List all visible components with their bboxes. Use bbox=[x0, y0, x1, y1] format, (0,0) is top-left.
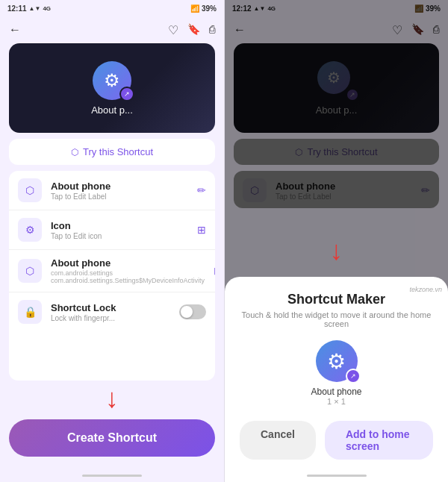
left-lte: 4G bbox=[43, 5, 51, 12]
left-preview-card: ⚙ ↗ About p... bbox=[9, 43, 215, 133]
left-path-sub: com.android.settingscom.android.settings… bbox=[51, 269, 205, 284]
left-app-icon-container: ⚙ ↗ bbox=[93, 61, 131, 100]
left-battery: 39% bbox=[202, 4, 217, 13]
right-bottom-bar bbox=[225, 469, 448, 482]
left-signal: ▲▼ bbox=[29, 5, 41, 12]
left-about-text: About phone Tap to Edit Label bbox=[51, 181, 188, 201]
left-time: 12:11 bbox=[7, 4, 27, 13]
left-lock-sub: Lock with fingerpr... bbox=[51, 314, 170, 322]
left-share-badge-icon: ↗ bbox=[124, 90, 130, 98]
right-red-arrow: ↓ bbox=[330, 235, 343, 266]
left-try-icon: ⬡ bbox=[71, 147, 78, 157]
left-back-icon[interactable]: ← bbox=[9, 23, 21, 37]
modal-gear-icon: ⚙ bbox=[327, 349, 346, 374]
left-settings-item-icon[interactable]: ⚙ Icon Tap to Edit icon ⊞ bbox=[9, 210, 215, 250]
left-try-shortcut-button[interactable]: ⬡ Try this Shortcut bbox=[9, 139, 215, 165]
left-about-icon: ⬡ bbox=[18, 178, 42, 202]
left-phone-panel: 12:11 ▲▼ 4G 📶 39% ← ♡ 🔖 ⎙ ⚙ ↗ About p... bbox=[0, 0, 224, 482]
right-phone-panel: 12:12 ▲▼ 4G 📶 39% ← ♡ 🔖 ⎙ ⚙ bbox=[224, 0, 448, 482]
left-about-title: About phone bbox=[51, 181, 188, 192]
modal-app-size: 1 × 1 bbox=[327, 397, 346, 406]
left-status-bar: 12:11 ▲▼ 4G 📶 39% bbox=[0, 0, 224, 16]
left-try-label: Try this Shortcut bbox=[83, 146, 153, 157]
left-bottom-bar bbox=[0, 469, 224, 482]
modal-share-icon: ↗ bbox=[350, 372, 356, 380]
left-about-icon-glyph: ⬡ bbox=[25, 184, 34, 196]
left-lock-glyph: 🔒 bbox=[24, 306, 37, 318]
left-lock-toggle-knob bbox=[181, 306, 193, 318]
left-create-shortcut-label: Create Shortcut bbox=[67, 431, 157, 444]
modal-buttons: Cancel Add to home screen bbox=[240, 421, 433, 460]
left-lock-toggle[interactable] bbox=[179, 304, 206, 319]
left-app-name: About p... bbox=[91, 104, 133, 116]
left-lock-text: Shortcut Lock Lock with fingerpr... bbox=[51, 302, 170, 322]
left-share-badge: ↗ bbox=[119, 87, 134, 101]
left-settings-item-lock[interactable]: 🔒 Shortcut Lock Lock with fingerpr... bbox=[9, 292, 215, 331]
modal-share-badge: ↗ bbox=[346, 369, 361, 384]
modal-add-button[interactable]: Add to home screen bbox=[325, 421, 433, 460]
left-red-arrow: ↓ bbox=[105, 385, 119, 412]
watermark: tekzone.vn bbox=[409, 286, 442, 293]
left-settings-list: ⬡ About phone Tap to Edit Label ✏ ⚙ Icon… bbox=[9, 171, 215, 381]
left-arrow-container: ↓ bbox=[0, 385, 224, 412]
left-about-edit-icon[interactable]: ✏ bbox=[197, 184, 206, 196]
modal-subtitle: Touch & hold the widget to move it aroun… bbox=[240, 310, 433, 328]
left-lock-title: Shortcut Lock bbox=[51, 302, 170, 313]
modal-title: Shortcut Maker bbox=[287, 292, 385, 307]
left-settings-item-about[interactable]: ⬡ About phone Tap to Edit Label ✏ bbox=[9, 171, 215, 210]
left-bookmark-icon[interactable]: 🔖 bbox=[187, 23, 200, 37]
left-icon-icon: ⚙ bbox=[18, 218, 42, 242]
left-lock-icon: 🔒 bbox=[18, 300, 42, 324]
modal-add-label: Add to home screen bbox=[346, 428, 410, 452]
left-path-text: About phone com.android.settingscom.andr… bbox=[51, 257, 205, 284]
left-heart-icon[interactable]: ♡ bbox=[168, 23, 178, 37]
left-share-icon[interactable]: ⎙ bbox=[209, 23, 215, 37]
left-nav-bar: ← ♡ 🔖 ⎙ bbox=[0, 16, 224, 43]
left-icon-text: Icon Tap to Edit icon bbox=[51, 220, 188, 240]
left-create-shortcut-button[interactable]: Create Shortcut bbox=[9, 419, 215, 457]
modal-cancel-button[interactable]: Cancel bbox=[240, 421, 316, 460]
left-about-sub: Tap to Edit Label bbox=[51, 193, 188, 201]
left-path-glyph: ⬡ bbox=[25, 265, 34, 277]
left-icon-title: Icon bbox=[51, 220, 188, 231]
shortcut-maker-modal: tekzone.vn Shortcut Maker Touch & hold t… bbox=[225, 277, 448, 482]
left-wifi-icon: 📶 bbox=[190, 4, 199, 13]
left-path-icon: ⬡ bbox=[18, 259, 42, 283]
modal-app-preview: ⚙ ↗ About phone 1 × 1 bbox=[311, 340, 361, 406]
modal-app-name: About phone bbox=[311, 386, 361, 397]
left-bottom-line bbox=[82, 475, 142, 477]
left-path-action[interactable]: ⊞ bbox=[214, 265, 215, 277]
left-icon-action[interactable]: ⊞ bbox=[197, 224, 206, 236]
modal-app-icon-container: ⚙ ↗ bbox=[316, 340, 358, 382]
left-gear-icon: ⚙ bbox=[104, 70, 120, 91]
left-icon-sub: Tap to Edit icon bbox=[51, 232, 188, 240]
right-arrow-container: ↓ bbox=[330, 237, 343, 264]
left-path-title: About phone bbox=[51, 257, 205, 269]
left-icon-glyph: ⚙ bbox=[25, 224, 35, 236]
modal-cancel-label: Cancel bbox=[261, 428, 295, 440]
left-settings-item-path[interactable]: ⬡ About phone com.android.settingscom.an… bbox=[9, 250, 215, 292]
right-bottom-line bbox=[307, 475, 367, 477]
